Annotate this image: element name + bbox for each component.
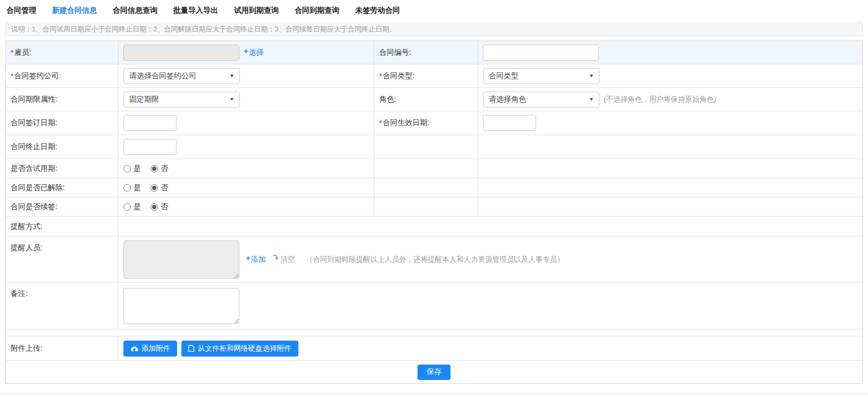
tab-contract-info-query[interactable]: 合同信息查询 <box>113 6 157 15</box>
row-term-attr: 合同期限属性: 固定期限 ▼ 角色: 请选择角色 ▼ (不选择角色，用户将保持原… <box>6 88 862 111</box>
empty-cell <box>478 197 862 216</box>
contract-no-field-cell <box>478 41 862 64</box>
sign-date-input[interactable] <box>123 115 177 131</box>
tab-unsigned-labor-contract[interactable]: 未签劳动合同 <box>355 6 400 15</box>
required-marker: * <box>379 72 382 80</box>
tab-trial-expiry-query[interactable]: 试用到期查询 <box>234 6 279 15</box>
trial-label: 是否含试用期: <box>11 164 57 173</box>
terminated-yes-radio[interactable] <box>123 184 131 192</box>
terminated-no-radio[interactable] <box>151 184 158 192</box>
save-button[interactable]: 保存 <box>418 365 450 380</box>
role-field-cell: 请选择角色 ▼ (不选择角色，用户将保持原始角色) <box>478 88 862 111</box>
role-label: 角色: <box>379 95 396 104</box>
terminated-yes-option[interactable]: 是 <box>123 183 141 193</box>
employee-label: 雇员: <box>14 48 31 57</box>
top-tab-bar: 合同管理 新建合同信息 合同信息查询 批量导入导出 试用到期查询 合同到期查询 … <box>0 0 868 20</box>
renew-yes-option[interactable]: 是 <box>123 202 141 212</box>
remind-people-add-link[interactable]: 添加 <box>251 255 266 264</box>
row-trial: 是否含试用期: 是 否 <box>6 159 862 178</box>
sign-date-label-cell: 合同签订日期: <box>6 111 119 135</box>
trial-yes-radio[interactable] <box>123 165 131 172</box>
terminated-field-cell: 是 否 <box>119 178 374 197</box>
add-attachment-button[interactable]: 添加附件 <box>123 341 177 357</box>
add-attachment-label: 添加附件 <box>141 344 170 353</box>
end-date-label: 合同终止日期: <box>11 142 57 152</box>
remind-method-label-cell: 提醒方式: <box>6 217 119 236</box>
contract-no-input[interactable] <box>483 45 599 61</box>
tab-contract-management[interactable]: 合同管理 <box>6 6 36 15</box>
term-attr-selected-value: 固定期限 <box>129 95 159 104</box>
terminated-label-cell: 合同是否已解除: <box>6 178 119 197</box>
tab-batch-import-export[interactable]: 批量导入导出 <box>173 6 218 15</box>
renew-no-radio[interactable] <box>151 203 158 211</box>
renew-label-cell: 合同是否续签: <box>6 197 119 216</box>
empty-cell <box>374 178 478 197</box>
sign-company-label-cell: * 合同签约公司: <box>6 64 119 87</box>
renew-field-cell: 是 否 <box>119 197 374 216</box>
terminated-label: 合同是否已解除: <box>11 183 65 193</box>
effective-date-input[interactable] <box>483 115 536 131</box>
contract-type-select[interactable]: 合同类型 ▼ <box>483 68 599 84</box>
select-from-cabinet-button[interactable]: 从文件柜和网络硬盘选择附件 <box>181 341 298 357</box>
save-cell: 保存 <box>6 361 862 383</box>
renew-yes-radio[interactable] <box>123 203 131 211</box>
remind-people-textarea <box>123 241 239 279</box>
remind-people-label: 提醒人员: <box>11 243 43 253</box>
plus-icon: + <box>246 253 251 262</box>
select-from-cabinet-label: 从文件柜和网络硬盘选择附件 <box>198 344 291 353</box>
remark-textarea[interactable] <box>123 288 239 324</box>
remind-people-clear-link[interactable]: 清空 <box>272 255 295 264</box>
dropdown-arrow-icon: ▼ <box>229 97 235 102</box>
end-date-input[interactable] <box>123 139 177 155</box>
effective-date-label-cell: * 合同生效日期: <box>374 111 478 135</box>
sign-date-field-cell <box>119 111 374 135</box>
renew-yes-label: 是 <box>133 202 141 212</box>
end-date-field-cell <box>119 135 374 159</box>
row-save: 保存 <box>6 361 862 383</box>
empty-cell <box>374 159 478 178</box>
contract-type-field-cell: 合同类型 ▼ <box>478 64 862 87</box>
term-attr-field-cell: 固定期限 ▼ <box>119 88 374 111</box>
attachments-field-cell: 添加附件 从文件柜和网络硬盘选择附件 <box>119 336 862 360</box>
instruction-note: 说明：1、合同试用日期应小于合同终止日期；2、合同解除日期应大于合同终止日期；3… <box>5 22 863 36</box>
terminated-yes-label: 是 <box>133 183 141 193</box>
empty-cell <box>478 159 862 178</box>
remark-label: 备注: <box>11 289 28 299</box>
new-contract-form: * 雇员: + 选择 合同编号: * 合同签约公司: 请选择合同签约公司 ▼ * <box>5 40 863 384</box>
employee-choose-link[interactable]: 选择 <box>249 48 264 57</box>
renew-no-option[interactable]: 否 <box>151 202 168 212</box>
tab-contract-expiry-query[interactable]: 合同到期查询 <box>295 6 339 15</box>
dropdown-arrow-icon: ▼ <box>589 73 594 78</box>
required-marker: * <box>11 72 13 80</box>
dropdown-arrow-icon: ▼ <box>589 97 594 102</box>
role-select[interactable]: 请选择角色 ▼ <box>483 92 599 107</box>
term-attr-label: 合同期限属性: <box>11 95 57 104</box>
trial-no-option[interactable]: 否 <box>151 164 168 173</box>
sign-company-select[interactable]: 请选择合同签约公司 ▼ <box>123 68 240 84</box>
terminated-no-label: 否 <box>161 183 168 193</box>
row-remind-method: 提醒方式: <box>6 217 862 237</box>
file-icon <box>188 345 195 352</box>
empty-cell <box>374 135 478 159</box>
remind-method-label: 提醒方式: <box>11 222 43 231</box>
remark-label-cell: 备注: <box>6 283 119 329</box>
row-remind-people: 提醒人员: + 添加 清空 （合同到期时除提醒以上人员外，还将提醒本人和人力资源… <box>6 237 862 283</box>
tab-new-contract-info[interactable]: 新建合同信息 <box>52 6 97 15</box>
attachments-label-cell: 附件上传: <box>6 336 119 360</box>
terminated-no-option[interactable]: 否 <box>151 183 168 193</box>
term-attr-select[interactable]: 固定期限 ▼ <box>123 92 240 107</box>
empty-cell <box>6 329 862 336</box>
cloud-upload-icon <box>130 345 138 352</box>
remind-people-clear-label: 清空 <box>280 255 295 264</box>
employee-input <box>123 45 239 61</box>
remind-people-field-cell: + 添加 清空 （合同到期时除提醒以上人员外，还将提醒本人和人力资源管理员以及人… <box>119 237 862 282</box>
spacer-row <box>6 329 862 336</box>
row-end-date: 合同终止日期: <box>6 135 862 159</box>
role-selected-value: 请选择角色 <box>489 95 526 104</box>
trial-yes-option[interactable]: 是 <box>123 164 141 173</box>
trial-no-radio[interactable] <box>151 165 158 172</box>
empty-cell <box>478 178 862 197</box>
row-attachments: 附件上传: 添加附件 从文件柜和网络硬盘选择附件 <box>6 336 862 361</box>
empty-cell <box>374 197 478 216</box>
trial-field-cell: 是 否 <box>119 159 374 178</box>
